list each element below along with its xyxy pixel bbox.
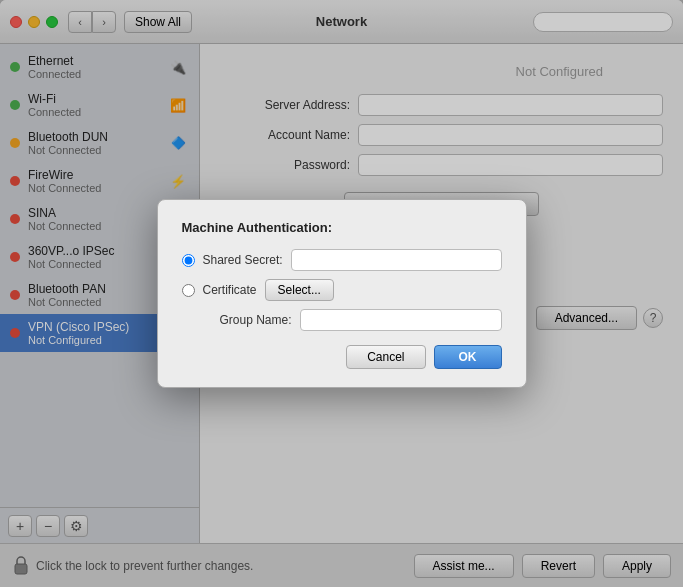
certificate-radio[interactable] <box>182 284 195 297</box>
shared-secret-label: Shared Secret: <box>203 253 283 267</box>
shared-secret-input[interactable] <box>291 249 502 271</box>
group-name-row: Group Name: <box>182 309 502 331</box>
modal-title: Machine Authentication: <box>182 220 502 235</box>
group-name-label: Group Name: <box>182 313 292 327</box>
group-name-input[interactable] <box>300 309 502 331</box>
modal-ok-button[interactable]: OK <box>434 345 502 369</box>
select-certificate-button[interactable]: Select... <box>265 279 334 301</box>
certificate-label: Certificate <box>203 283 257 297</box>
shared-secret-radio[interactable] <box>182 254 195 267</box>
certificate-row: Certificate Select... <box>182 279 502 301</box>
modal-cancel-button[interactable]: Cancel <box>346 345 425 369</box>
modal-buttons: Cancel OK <box>182 345 502 369</box>
network-window: ‹ › Show All Network Ethernet Connected <box>0 0 683 587</box>
authentication-modal: Machine Authentication: Shared Secret: C… <box>157 199 527 388</box>
modal-overlay: Machine Authentication: Shared Secret: C… <box>0 0 683 587</box>
shared-secret-row: Shared Secret: <box>182 249 502 271</box>
